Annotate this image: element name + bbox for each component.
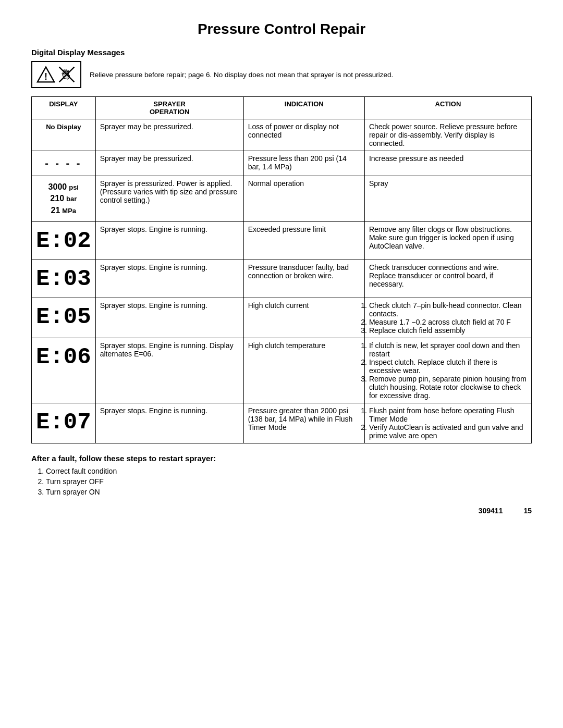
section-title: Digital Display Messages <box>31 48 532 57</box>
display-cell-e02: E:02 <box>32 222 96 260</box>
col-header-operation: SPRAYEROPERATION <box>95 97 243 119</box>
display-cell-e03: E:03 <box>32 260 96 298</box>
indication-cell: Pressure less than 200 psi (14 bar, 1.4 … <box>243 151 364 176</box>
action-cell: Increase pressure as needed <box>364 151 531 176</box>
operation-cell: Sprayer stops. Engine is running. <box>95 260 243 298</box>
warning-text: Relieve pressure before repair; page 6. … <box>90 71 393 79</box>
svg-text:!: ! <box>44 71 47 82</box>
operation-cell: Sprayer stops. Engine is running. <box>95 222 243 260</box>
table-row: E:03 Sprayer stops. Engine is running. P… <box>32 260 532 298</box>
warning-icons: ! <box>31 61 81 88</box>
display-cell-no-display: No Display <box>32 119 96 151</box>
after-fault-steps: Correct fault condition Turn sprayer OFF… <box>31 467 532 496</box>
operation-cell: Sprayer stops. Engine is running. <box>95 403 243 443</box>
action-cell: If clutch is new, let sprayer cool down … <box>364 338 531 403</box>
table-row: E:05 Sprayer stops. Engine is running. H… <box>32 298 532 338</box>
indication-cell: Normal operation <box>243 176 364 222</box>
action-cell: Remove any filter clogs or flow obstruct… <box>364 222 531 260</box>
indication-cell: Loss of power or display not connected <box>243 119 364 151</box>
col-header-indication: INDICATION <box>243 97 364 119</box>
after-fault-title: After a fault, follow these steps to res… <box>31 454 532 463</box>
display-cell-pressure: 3000 psi 210 bar 21 MPa <box>32 176 96 222</box>
operation-cell: Sprayer is pressurized. Power is applied… <box>95 176 243 222</box>
table-row: 3000 psi 210 bar 21 MPa Sprayer is press… <box>32 176 532 222</box>
list-item: Turn sprayer ON <box>46 488 532 496</box>
warning-triangle-icon: ! <box>36 65 55 84</box>
page-title: Pressure Control Repair <box>31 21 532 38</box>
display-cell-e07: E:07 <box>32 403 96 443</box>
operation-cell: Sprayer may be pressurized. <box>95 151 243 176</box>
indication-cell: Pressure transducer faulty, bad connecti… <box>243 260 364 298</box>
footer: 309411 15 <box>31 507 532 515</box>
indication-cell: High clutch current <box>243 298 364 338</box>
indication-cell: Exceeded pressure limit <box>243 222 364 260</box>
action-cell: Check transducer connections and wire. R… <box>364 260 531 298</box>
action-cell: Check clutch 7–pin bulk-head connector. … <box>364 298 531 338</box>
operation-cell: Sprayer stops. Engine is running. <box>95 298 243 338</box>
list-item: Turn sprayer OFF <box>46 477 532 486</box>
table-row: - - - - Sprayer may be pressurized. Pres… <box>32 151 532 176</box>
operation-cell: Sprayer stops. Engine is running. Displa… <box>95 338 243 403</box>
indication-cell: Pressure greater than 2000 psi (138 bar,… <box>243 403 364 443</box>
table-row: No Display Sprayer may be pressurized. L… <box>32 119 532 151</box>
action-cell: Spray <box>364 176 531 222</box>
after-fault-section: After a fault, follow these steps to res… <box>31 454 532 496</box>
table-row: E:07 Sprayer stops. Engine is running. P… <box>32 403 532 443</box>
operation-cell: Sprayer may be pressurized. <box>95 119 243 151</box>
display-cell-dashes: - - - - <box>32 151 96 176</box>
list-item: Correct fault condition <box>46 467 532 475</box>
indication-cell: High clutch temperature <box>243 338 364 403</box>
action-cell: Flush paint from hose before operating F… <box>364 403 531 443</box>
display-messages-table: DISPLAY SPRAYEROPERATION INDICATION ACTI… <box>31 96 532 443</box>
display-cell-e05: E:05 <box>32 298 96 338</box>
warning-box: ! Relieve pressure before repair; page 6… <box>31 61 532 88</box>
no-spray-hand-icon <box>57 65 76 84</box>
page-number: 15 <box>523 507 532 515</box>
doc-number: 309411 <box>479 507 503 515</box>
display-cell-e06: E:06 <box>32 338 96 403</box>
col-header-display: DISPLAY <box>32 97 96 119</box>
col-header-action: ACTION <box>364 97 531 119</box>
action-cell: Check power source. Relieve pressure bef… <box>364 119 531 151</box>
table-row: E:02 Sprayer stops. Engine is running. E… <box>32 222 532 260</box>
table-row: E:06 Sprayer stops. Engine is running. D… <box>32 338 532 403</box>
